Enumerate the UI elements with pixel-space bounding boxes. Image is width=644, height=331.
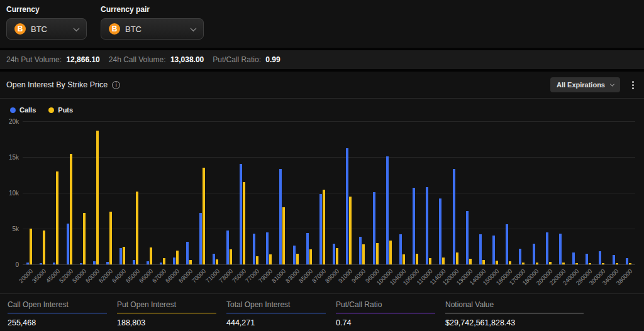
calls-bar[interactable] [67,224,69,264]
bar-group-58000[interactable] [76,121,89,264]
bar-group-71000[interactable] [209,121,222,264]
calls-bar[interactable] [213,254,215,264]
calls-bar[interactable] [599,251,601,264]
calls-bar[interactable] [426,187,428,264]
puts-bar[interactable] [256,256,258,264]
puts-bar[interactable] [136,192,138,264]
puts-bar[interactable] [402,254,405,264]
puts-bar[interactable] [416,254,418,264]
calls-bar[interactable] [40,263,42,264]
expirations-dropdown[interactable]: All Expirations [550,77,620,92]
bar-group-52000[interactable] [63,121,76,264]
calls-bar[interactable] [186,242,189,264]
legend-item-calls[interactable]: Calls [10,106,36,114]
bar-group-91000[interactable] [342,121,355,264]
currency-pair-dropdown[interactable]: B BTC [101,18,204,40]
calls-bar[interactable] [626,258,628,264]
puts-bar[interactable] [83,213,86,264]
bar-group-81000[interactable] [275,121,289,264]
bar-group-240000[interactable] [569,121,582,264]
calls-bar[interactable] [319,194,322,264]
bar-group-67000[interactable] [156,121,169,264]
bar-group-180000[interactable] [529,121,542,264]
calls-bar[interactable] [119,248,122,264]
puts-bar[interactable] [496,261,498,264]
puts-bar[interactable] [336,248,338,264]
puts-bar[interactable] [109,212,112,264]
calls-bar[interactable] [479,234,482,264]
calls-bar[interactable] [293,246,296,264]
bar-group-20000[interactable] [23,121,36,264]
puts-bar[interactable] [189,260,192,264]
calls-bar[interactable] [439,198,441,264]
bar-group-110000[interactable] [422,121,435,264]
puts-bar[interactable] [150,247,152,264]
puts-bar[interactable] [629,263,631,264]
bar-group-75000[interactable] [236,121,249,264]
bar-group-100000[interactable] [382,121,396,264]
puts-bar[interactable] [469,259,472,264]
info-icon[interactable] [112,81,120,89]
bar-group-160000[interactable] [502,121,515,264]
bar-group-45000[interactable] [49,121,62,264]
puts-bar[interactable] [429,258,431,264]
puts-bar[interactable] [230,249,232,264]
calls-bar[interactable] [613,255,615,264]
bar-group-66000[interactable] [143,121,156,264]
puts-bar[interactable] [43,231,45,264]
puts-bar[interactable] [176,251,179,264]
puts-bar[interactable] [309,249,312,264]
bar-group-380000[interactable] [622,121,635,264]
bar-group-64000[interactable] [116,121,129,264]
bar-group-96000[interactable] [369,121,382,264]
bar-group-89000[interactable] [329,121,342,264]
bar-group-87000[interactable] [316,121,329,264]
calls-bar[interactable] [399,234,402,264]
bar-group-69000[interactable] [182,121,196,264]
calls-bar[interactable] [266,232,269,264]
puts-bar[interactable] [282,207,285,264]
puts-bar[interactable] [243,182,245,264]
calls-bar[interactable] [133,260,135,264]
calls-bar[interactable] [413,188,415,264]
puts-bar[interactable] [522,263,525,264]
calls-bar[interactable] [333,244,335,264]
bar-group-106000[interactable] [409,121,422,264]
puts-bar[interactable] [96,131,99,264]
calls-bar[interactable] [546,232,548,264]
puts-bar[interactable] [389,241,392,264]
bar-group-94000[interactable] [355,121,369,264]
puts-bar[interactable] [323,190,325,264]
bar-group-260000[interactable] [582,121,595,264]
puts-bar[interactable] [203,168,205,264]
bar-group-130000[interactable] [462,121,475,264]
calls-bar[interactable] [26,263,29,264]
puts-bar[interactable] [616,263,618,264]
calls-bar[interactable] [199,213,202,264]
puts-bar[interactable] [163,258,165,264]
puts-bar[interactable] [216,259,218,264]
puts-bar[interactable] [575,263,578,264]
puts-bar[interactable] [589,263,591,264]
calls-bar[interactable] [106,262,109,264]
bar-group-220000[interactable] [555,121,569,264]
bar-group-35000[interactable] [36,121,49,264]
calls-bar[interactable] [253,234,255,264]
calls-bar[interactable] [93,261,96,264]
calls-bar[interactable] [147,261,149,264]
calls-bar[interactable] [572,252,575,264]
bar-group-85000[interactable] [303,121,316,264]
bar-group-70000[interactable] [196,121,209,264]
bar-group-170000[interactable] [515,121,528,264]
calls-bar[interactable] [359,237,362,264]
puts-bar[interactable] [56,171,58,264]
puts-bar[interactable] [269,254,272,264]
bar-group-340000[interactable] [609,121,622,264]
calls-bar[interactable] [586,254,588,264]
calls-bar[interactable] [519,249,521,264]
puts-bar[interactable] [30,229,32,264]
calls-bar[interactable] [559,234,562,264]
calls-bar[interactable] [240,164,242,264]
bar-group-104000[interactable] [396,121,409,264]
puts-bar[interactable] [349,197,352,264]
